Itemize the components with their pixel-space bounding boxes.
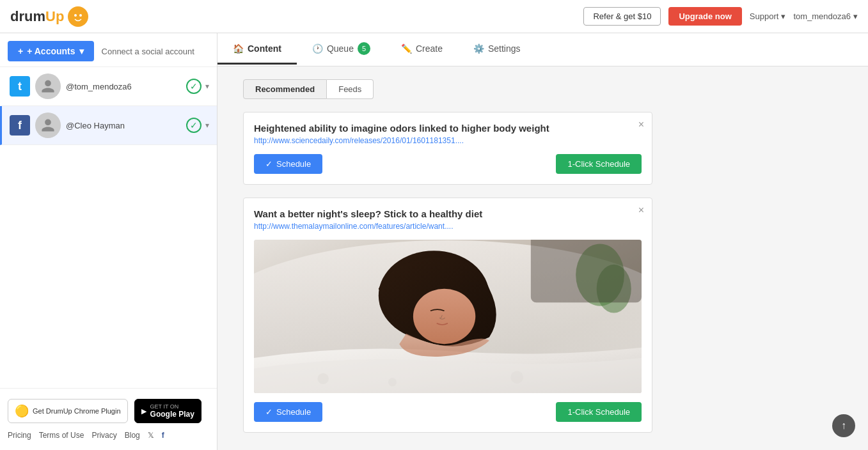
twitter-social-link[interactable]: 𝕏 bbox=[148, 431, 154, 440]
chevron-down-icon: ▾ bbox=[79, 46, 84, 56]
chrome-icon: 🟡 bbox=[15, 404, 29, 418]
pricing-link[interactable]: Pricing bbox=[8, 431, 31, 440]
svg-point-5 bbox=[318, 373, 329, 384]
queue-badge: 5 bbox=[358, 42, 370, 55]
chevron-down-icon: ▾ bbox=[781, 12, 785, 21]
avatar-twitter bbox=[35, 74, 61, 99]
card-url-1[interactable]: http://www.sciencedaily.com/releases/201… bbox=[254, 136, 642, 145]
schedule-button-2[interactable]: ✓ Schedule bbox=[254, 402, 322, 422]
gear-icon: ⚙️ bbox=[473, 43, 484, 54]
logo-mascot-icon bbox=[67, 5, 90, 28]
accounts-btn-row: + + Accounts ▾ Connect a social account bbox=[0, 33, 217, 67]
google-play-button[interactable]: ▶ GET IT ON Google Play bbox=[134, 399, 201, 423]
one-click-schedule-button-1[interactable]: 1-Click Schedule bbox=[556, 154, 642, 174]
card-url-2[interactable]: http://www.themalaymailonline.com/featur… bbox=[254, 222, 642, 231]
user-icon bbox=[40, 118, 56, 133]
terms-link[interactable]: Terms of Use bbox=[39, 431, 84, 440]
connect-label: Connect a social account bbox=[102, 47, 194, 56]
chevron-down-icon[interactable]: ▾ bbox=[205, 82, 209, 91]
refer-button[interactable]: Refer & get $10 bbox=[583, 7, 661, 26]
card-actions-1: ✓ Schedule 1-Click Schedule bbox=[254, 154, 642, 174]
scroll-to-top-button[interactable]: ↑ bbox=[832, 414, 855, 437]
sub-tab-feeds[interactable]: Feeds bbox=[327, 79, 374, 99]
chevron-down-icon[interactable]: ▾ bbox=[205, 121, 209, 130]
user-icon bbox=[40, 79, 56, 94]
card-close-button-2[interactable]: × bbox=[638, 205, 644, 216]
verified-badge-facebook: ✓ bbox=[186, 118, 201, 133]
schedule-button-1[interactable]: ✓ Schedule bbox=[254, 154, 322, 174]
navbar-left: drumUp bbox=[10, 5, 90, 28]
main-layout: + + Accounts ▾ Connect a social account … bbox=[0, 33, 868, 450]
blog-link[interactable]: Blog bbox=[125, 431, 140, 440]
checkmark-icon: ✓ bbox=[265, 159, 272, 169]
sub-tab-recommended[interactable]: Recommended bbox=[243, 79, 327, 99]
plus-icon: + bbox=[18, 46, 23, 56]
chrome-plugin-button[interactable]: 🟡 Get DrumUp Chrome Plugin bbox=[8, 399, 128, 423]
home-icon: 🏠 bbox=[233, 43, 244, 54]
checkmark-icon: ✓ bbox=[265, 407, 272, 417]
chevron-down-icon: ▾ bbox=[853, 12, 858, 21]
upgrade-button[interactable]: Upgrade now bbox=[668, 7, 741, 26]
twitter-icon: t bbox=[10, 76, 30, 97]
facebook-social-link[interactable]: f bbox=[162, 431, 164, 440]
footer-links: Pricing Terms of Use Privacy Blog 𝕏 f bbox=[8, 431, 209, 440]
card-actions-2: ✓ Schedule 1-Click Schedule bbox=[254, 402, 642, 422]
sleep-image bbox=[254, 240, 642, 393]
one-click-schedule-button-2[interactable]: 1-Click Schedule bbox=[556, 402, 642, 422]
tab-create[interactable]: ✏️ Create bbox=[386, 35, 458, 65]
facebook-icon: f bbox=[10, 115, 30, 136]
user-menu-button[interactable]: tom_mendoza6 ▾ bbox=[793, 12, 858, 21]
app-links: 🟡 Get DrumUp Chrome Plugin ▶ GET IT ON G… bbox=[8, 399, 209, 423]
verified-badge-twitter: ✓ bbox=[186, 79, 201, 94]
svg-point-7 bbox=[510, 371, 523, 383]
svg-point-1 bbox=[74, 14, 77, 17]
privacy-link[interactable]: Privacy bbox=[91, 431, 116, 440]
pencil-icon: ✏️ bbox=[401, 43, 412, 54]
svg-point-9 bbox=[413, 289, 475, 345]
account-username-facebook: @Cleo Hayman bbox=[66, 121, 186, 130]
clock-icon: 🕐 bbox=[312, 43, 323, 54]
svg-rect-12 bbox=[531, 240, 642, 302]
sub-tabs: Recommended Feeds bbox=[243, 79, 842, 99]
svg-point-0 bbox=[68, 6, 88, 27]
content-body: Recommended Feeds × Heightened ability t… bbox=[217, 66, 868, 450]
content-card-1: × Heightened ability to imagine odors li… bbox=[243, 112, 652, 185]
sidebar-footer: 🟡 Get DrumUp Chrome Plugin ▶ GET IT ON G… bbox=[0, 388, 217, 450]
logo: drumUp bbox=[10, 5, 90, 28]
svg-point-2 bbox=[79, 14, 82, 17]
account-username-twitter: @tom_mendoza6 bbox=[66, 82, 186, 91]
navbar-right: Refer & get $10 Upgrade now Support ▾ to… bbox=[583, 7, 858, 26]
logo-text: drumUp bbox=[10, 8, 64, 25]
avatar-facebook bbox=[35, 112, 61, 138]
tab-bar: 🏠 Content 🕐 Queue 5 ✏️ Create ⚙️ Setting… bbox=[217, 33, 868, 66]
tab-settings[interactable]: ⚙️ Settings bbox=[458, 35, 536, 65]
accounts-button[interactable]: + + Accounts ▾ bbox=[8, 41, 94, 61]
card-image-2 bbox=[254, 240, 642, 393]
card-close-button-1[interactable]: × bbox=[638, 119, 644, 130]
card-title-1: Heightened ability to imagine odors link… bbox=[254, 123, 642, 134]
account-item-facebook[interactable]: f @Cleo Hayman ✓ ▾ bbox=[0, 106, 217, 145]
account-item-twitter[interactable]: t @tom_mendoza6 ✓ ▾ bbox=[0, 67, 217, 106]
content-area: 🏠 Content 🕐 Queue 5 ✏️ Create ⚙️ Setting… bbox=[217, 33, 868, 450]
play-store-icon: ▶ bbox=[141, 407, 146, 415]
tab-content[interactable]: 🏠 Content bbox=[217, 35, 297, 65]
card-title-2: Want a better night's sleep? Stick to a … bbox=[254, 208, 642, 219]
svg-point-6 bbox=[388, 378, 397, 386]
sidebar: + + Accounts ▾ Connect a social account … bbox=[0, 33, 217, 450]
tab-queue[interactable]: 🕐 Queue 5 bbox=[297, 33, 386, 66]
support-button[interactable]: Support ▾ bbox=[750, 12, 786, 21]
navbar: drumUp Refer & get $10 Upgrade now Suppo… bbox=[0, 0, 868, 33]
content-card-2: × Want a better night's sleep? Stick to … bbox=[243, 198, 652, 433]
